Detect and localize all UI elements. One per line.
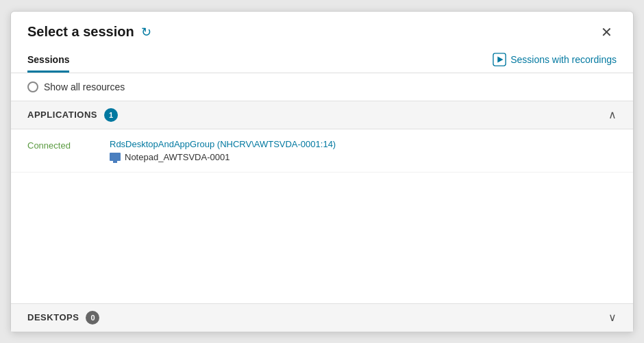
session-app-name: Notepad_AWTSVDA-0001 [125, 152, 230, 162]
desktops-chevron-down-icon: ∨ [608, 311, 617, 324]
sessions-with-recordings-button[interactable]: Sessions with recordings [493, 53, 617, 66]
session-app-row: Notepad_AWTSVDA-0001 [110, 152, 336, 162]
desktops-title: DESKTOPS [27, 312, 79, 322]
session-details: RdsDesktopAndAppGroup (NHCRV\AWTSVDA-000… [110, 139, 336, 162]
modal-title: Select a session [27, 24, 134, 40]
play-recording-icon [493, 53, 506, 66]
show-all-row: Show all resources [11, 73, 633, 101]
session-status: Connected [27, 139, 82, 151]
sessions-with-recordings-label: Sessions with recordings [510, 54, 617, 65]
content-spacer [11, 173, 633, 303]
show-all-label: Show all resources [44, 81, 125, 92]
show-all-radio[interactable] [27, 81, 38, 92]
refresh-icon[interactable]: ↻ [141, 25, 151, 40]
monitor-icon [110, 153, 121, 161]
tabs-bar: Sessions Sessions with recordings [11, 47, 633, 73]
select-session-modal: Select a session ↻ ✕ Sessions Sessions w… [10, 11, 634, 333]
modal-header: Select a session ↻ ✕ [11, 12, 633, 47]
applications-title: APPLICATIONS [27, 110, 97, 120]
applications-badge: 1 [104, 108, 118, 122]
desktops-section-header[interactable]: DESKTOPS 0 ∨ [11, 303, 633, 332]
tab-sessions[interactable]: Sessions [27, 47, 69, 73]
applications-title-area: APPLICATIONS 1 [27, 108, 118, 122]
modal-title-area: Select a session ↻ [27, 24, 151, 40]
desktops-title-area: DESKTOPS 0 [27, 311, 99, 325]
applications-chevron-up-icon: ∧ [608, 108, 617, 121]
svg-marker-1 [497, 56, 503, 62]
close-button[interactable]: ✕ [597, 24, 617, 40]
session-link[interactable]: RdsDesktopAndAppGroup (NHCRV\AWTSVDA-000… [110, 139, 336, 149]
desktops-badge: 0 [86, 311, 99, 325]
session-row: Connected RdsDesktopAndAppGroup (NHCRV\A… [11, 129, 633, 173]
applications-section-header[interactable]: APPLICATIONS 1 ∧ [11, 101, 633, 129]
